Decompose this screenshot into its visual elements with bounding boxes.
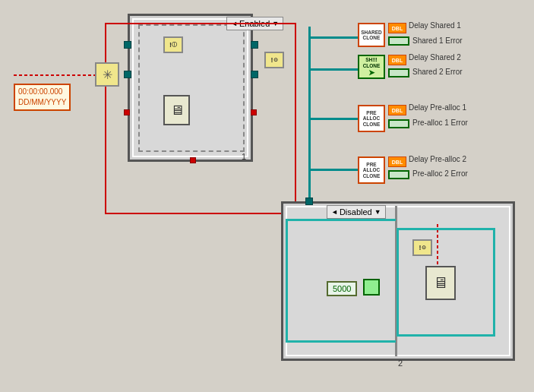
shared1-dbl: DBL bbox=[388, 23, 406, 33]
prealloc1-error-output bbox=[388, 119, 409, 128]
loop2-teal-top bbox=[286, 219, 396, 221]
shared1-error-label: Shared 1 Error bbox=[412, 36, 463, 45]
tunnel-loop1-left-top bbox=[124, 41, 131, 49]
subvi-icon2: 🖥 bbox=[425, 266, 456, 300]
prealloc2-error-output bbox=[388, 170, 409, 179]
wire-star-down bbox=[105, 87, 106, 214]
prealloc1-error-label: Pre-alloc 1 Error bbox=[412, 119, 468, 127]
loop2-label: 2 bbox=[398, 359, 403, 368]
exclaim-block1: !ⓘ bbox=[163, 36, 183, 53]
wire-top-red bbox=[106, 23, 296, 24]
prealloc2-dbl-label: DBL bbox=[392, 160, 403, 165]
loop2-teal-inner-left bbox=[397, 228, 399, 337]
loop2-teal-inner bbox=[397, 228, 495, 230]
tunnel-loop1-right-mid bbox=[251, 71, 258, 78]
delay-shared1-label: Delay Shared 1 bbox=[409, 21, 461, 30]
loop2-teal-bottom bbox=[286, 340, 396, 343]
bool-icon-loop2 bbox=[363, 279, 380, 296]
wire-star-up bbox=[105, 23, 106, 62]
prealloc2-error-label: Pre-alloc 2 Error bbox=[412, 169, 468, 178]
wire-bottom-red bbox=[106, 213, 296, 214]
prealloc2-dbl: DBL bbox=[388, 156, 406, 167]
shared1-error-output bbox=[388, 36, 409, 46]
disabled-value: Disabled bbox=[340, 207, 372, 217]
delay-prealloc1-label: Delay Pre-alloc 1 bbox=[409, 103, 466, 112]
prealloc2-label: PREALLOCCLONE bbox=[363, 162, 381, 178]
prealloc1-dbl: DBL bbox=[388, 105, 406, 115]
shared2-error-output bbox=[388, 68, 409, 77]
loop2-teal-left bbox=[286, 219, 288, 343]
wire-teal-shared2 bbox=[308, 68, 358, 71]
time-display: 00:00:00.000 bbox=[18, 87, 66, 97]
tunnel-loop1-left-mid bbox=[124, 71, 131, 78]
arrow-down-icon2: ▼ bbox=[374, 208, 381, 216]
wire-left-to-star bbox=[14, 74, 95, 76]
wire-right-red-down bbox=[295, 23, 296, 213]
wire-teal-prealloc1 bbox=[308, 118, 358, 120]
shared2-box: SH!!!CLONE ➤ bbox=[358, 55, 385, 79]
tunnel-loop2-top bbox=[305, 198, 313, 205]
tunnel-loop1-left-red bbox=[124, 109, 130, 115]
exclaim-block2: !⊙ bbox=[264, 52, 284, 68]
loop1-dashed-border bbox=[138, 24, 245, 152]
canvas: 00:00:00.000 DD/MM/YYYY 1 ◄ Enabled ▼ ✳ … bbox=[0, 0, 534, 392]
num-constant: 5000 bbox=[327, 281, 357, 296]
green-arrow-icon: ➤ bbox=[368, 68, 374, 77]
shared2-error-label: Shared 2 Error bbox=[412, 68, 463, 76]
arrow-left-icon2: ◄ bbox=[331, 208, 338, 216]
shared2-label: SH!!!CLONE bbox=[363, 57, 381, 68]
shared1-dbl-label: DBL bbox=[392, 26, 403, 31]
shared1-label: SHAREDCLONE bbox=[361, 30, 381, 40]
loop2-teal-inner-bottom bbox=[397, 334, 495, 337]
exclaim-block-loop2: !⊙ bbox=[412, 239, 432, 256]
loop2-teal-inner-v bbox=[493, 228, 495, 334]
datetime-indicator: 00:00:00.000 DD/MM/YYYY bbox=[14, 84, 71, 111]
star-block: ✳ bbox=[95, 62, 119, 87]
prealloc1-box: PREALLOCCLONE bbox=[358, 105, 385, 132]
prealloc2-box: PREALLOCCLONE bbox=[358, 156, 385, 184]
disabled-dropdown[interactable]: ◄ Disabled ▼ bbox=[327, 205, 386, 219]
shared1-box: SHAREDCLONE bbox=[358, 23, 385, 47]
delay-prealloc2-label: Delay Pre-alloc 2 bbox=[409, 155, 466, 163]
prealloc1-dbl-label: DBL bbox=[392, 108, 403, 113]
delay-shared2-label: Delay Shared 2 bbox=[409, 53, 461, 62]
shared2-dbl: DBL bbox=[388, 55, 406, 65]
tunnel-loop1-right-bottom bbox=[251, 109, 257, 115]
tunnel-loop1-right-red2 bbox=[190, 157, 196, 163]
wire-teal-prealloc2 bbox=[308, 169, 358, 171]
shared2-dbl-label: DBL bbox=[392, 58, 403, 63]
subvi-icon1: 🖥 bbox=[163, 95, 190, 125]
loop1-label: 1 bbox=[242, 152, 246, 161]
prealloc1-label: PREALLOCCLONE bbox=[363, 110, 381, 126]
date-display: DD/MM/YYYY bbox=[18, 97, 66, 108]
tunnel-loop1-right-top bbox=[251, 41, 258, 49]
wire-teal-shared1 bbox=[308, 36, 358, 39]
